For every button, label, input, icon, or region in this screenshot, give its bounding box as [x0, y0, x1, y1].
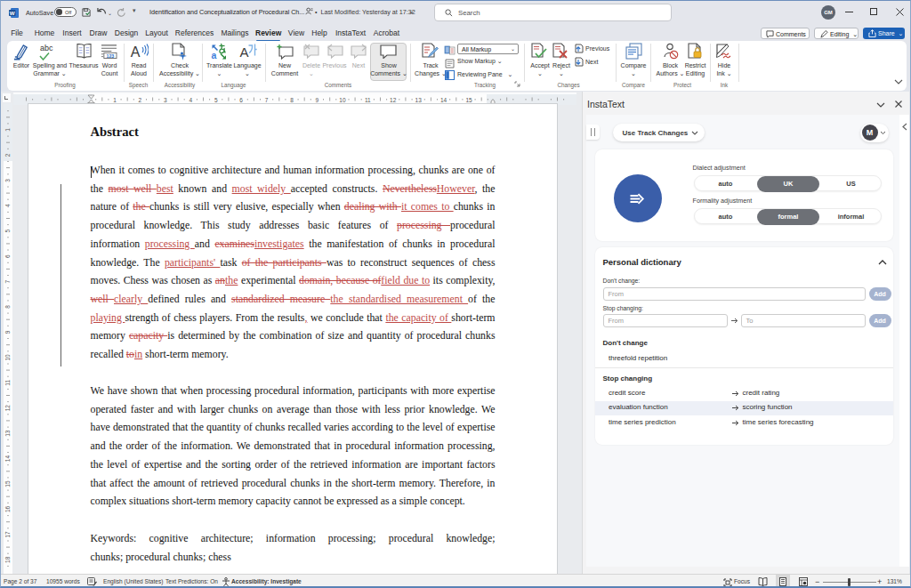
svg-text:13: 13: [415, 97, 423, 103]
svg-text:18: 18: [4, 556, 11, 563]
svg-text:1: 1: [113, 97, 117, 103]
svg-text:16: 16: [4, 505, 11, 512]
svg-text:15: 15: [465, 97, 472, 103]
svg-text:4: 4: [189, 97, 192, 103]
svg-text:1: 1: [4, 128, 11, 132]
svg-text:10: 10: [339, 97, 346, 103]
svg-text:17: 17: [4, 531, 11, 538]
svg-text:4: 4: [4, 204, 11, 207]
svg-text:13: 13: [4, 430, 11, 437]
svg-text:15: 15: [4, 480, 11, 487]
svg-text:7: 7: [4, 279, 11, 283]
svg-text:A: A: [239, 44, 248, 60]
svg-text:9: 9: [316, 97, 319, 103]
svg-text:2: 2: [4, 153, 11, 157]
svg-text:5: 5: [4, 230, 11, 233]
svg-text:8: 8: [290, 97, 294, 103]
svg-text:8: 8: [4, 305, 11, 309]
svg-text:3: 3: [4, 179, 11, 182]
svg-text:6: 6: [239, 97, 243, 103]
svg-text:a: a: [212, 50, 217, 60]
svg-text:12: 12: [4, 405, 11, 412]
svg-text:11: 11: [365, 97, 371, 103]
svg-text:10: 10: [4, 354, 11, 361]
svg-text:123: 123: [107, 53, 115, 59]
svg-text:5: 5: [214, 97, 218, 103]
svg-text:14: 14: [440, 97, 447, 103]
svg-text:9: 9: [4, 330, 11, 334]
svg-text:7: 7: [265, 97, 269, 103]
svg-text:W: W: [10, 10, 15, 16]
svg-text:11: 11: [4, 380, 11, 386]
svg-text:3: 3: [164, 97, 167, 103]
svg-text:A: A: [131, 44, 141, 60]
svg-text:12: 12: [390, 97, 397, 103]
svg-text:14: 14: [4, 455, 11, 463]
svg-text:6: 6: [4, 254, 11, 258]
svg-text:2: 2: [139, 97, 142, 103]
